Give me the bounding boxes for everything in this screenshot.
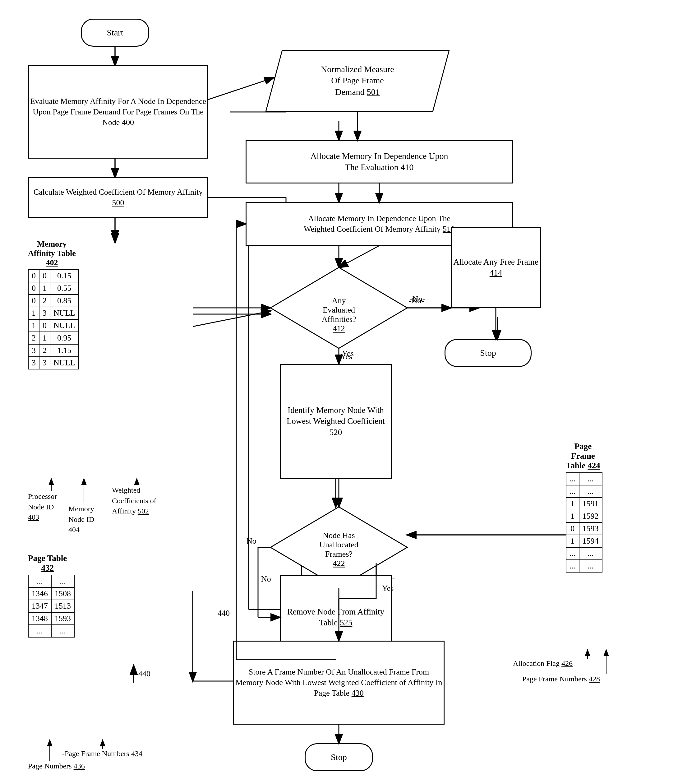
svg-text:Unallocated: Unallocated (319, 540, 358, 549)
stop2-shape: Stop (305, 743, 373, 771)
page-frame-numbers-page-label: -Page Frame Numbers 434 (62, 750, 142, 758)
page-table-title: Page Table432 (28, 553, 67, 573)
calculate-label: Calculate Weighted Coefficient Of Memory… (29, 187, 207, 208)
svg-text:Yes: Yes (341, 352, 352, 361)
memory-node-id-label: MemoryNode ID404 (68, 504, 94, 535)
allocate-free-shape: Allocate Any Free Frame 414 (451, 227, 541, 308)
evaluate-label: Evaluate Memory Affinity For A Node In D… (29, 96, 207, 128)
svg-text:-No-: -No- (410, 295, 425, 304)
page-numbers-label: Page Numbers 436 (28, 762, 85, 770)
start-shape: Start (81, 19, 149, 47)
memory-affinity-table-container: MemoryAffinity Table402 000.15 010.55 02… (28, 240, 76, 269)
page-frame-numbers-table-label: Page Frame Numbers 428 (522, 675, 600, 683)
normalized-container: Normalized MeasureOf Page FrameDemand 50… (274, 50, 442, 112)
svg-text:Node Has: Node Has (323, 531, 355, 540)
identify-shape: Identify Memory Node With Lowest Weighte… (280, 364, 392, 479)
weighted-coeff-label: WeightedCoefficients ofAffinity 502 (112, 485, 156, 517)
svg-text:422: 422 (333, 559, 345, 568)
svg-line-71 (208, 78, 274, 100)
store-frame-shape: Store A Frame Number Of An Unallocated F… (233, 641, 445, 725)
svg-text:No: No (261, 574, 271, 583)
stop1-shape: Stop (445, 339, 532, 367)
svg-marker-32 (271, 267, 407, 348)
svg-text:Affinities?: Affinities? (322, 315, 356, 324)
calculate-shape: Calculate Weighted Coefficient Of Memory… (28, 177, 208, 218)
memory-affinity-table: 000.15 010.55 020.85 13NULL 10NULL 210.9… (28, 269, 79, 369)
processor-node-id-label: ProcessorNode ID403 (28, 491, 57, 523)
svg-line-73 (339, 246, 379, 267)
mat-title: MemoryAffinity Table402 (28, 240, 76, 267)
page-table: ...... 13461508 13471513 13481593 ...... (28, 575, 75, 637)
page-table-container: Page Table432 ...... 13461508 13471513 1… (28, 553, 67, 575)
allocate-510-label: Allocate Memory In Dependence Upon TheWe… (304, 214, 455, 234)
allocation-flag-label: Allocation Flag 426 (513, 659, 572, 668)
svg-text:Yes: Yes (342, 349, 354, 358)
svg-text:440: 440 (138, 669, 151, 678)
start-label: Start (107, 27, 123, 38)
identify-label: Identify Memory Node With Lowest Weighte… (281, 405, 391, 438)
page-frame-table: ...... ...... 11591 11592 01593 11594 ..… (566, 472, 602, 572)
diagram-container: Any Evaluated Affinities? 412 Node Has U… (0, 0, 678, 784)
svg-text:Frames?: Frames? (325, 550, 353, 558)
allocate-410-shape: Allocate Memory In Dependence UponThe Ev… (246, 140, 513, 184)
svg-text:412: 412 (333, 324, 345, 333)
allocate-410-label: Allocate Memory In Dependence UponThe Ev… (310, 151, 448, 173)
page-frame-table-title: PageFrameTable 424 (566, 442, 600, 471)
page-frame-table-container: PageFrameTable 424 ...... ...... 11591 1… (566, 442, 600, 472)
svg-line-47 (193, 311, 271, 327)
store-frame-label: Store A Frame Number Of An Unallocated F… (234, 667, 443, 698)
svg-text:440: 440 (218, 609, 230, 617)
normalized-label: Normalized MeasureOf Page FrameDemand 50… (321, 64, 394, 98)
svg-text:No: No (247, 536, 257, 546)
svg-text:-No-: -No- (409, 296, 424, 305)
remove-node-label: Remove Node From Affinity Table 525 (281, 606, 391, 628)
stop2-label: Stop (331, 752, 347, 763)
evaluate-shape: Evaluate Memory Affinity For A Node In D… (28, 65, 208, 159)
svg-text:Any: Any (332, 296, 346, 305)
svg-text:Evaluated: Evaluated (323, 305, 355, 315)
stop1-label: Stop (480, 348, 496, 358)
allocate-free-label: Allocate Any Free Frame 414 (452, 257, 540, 278)
